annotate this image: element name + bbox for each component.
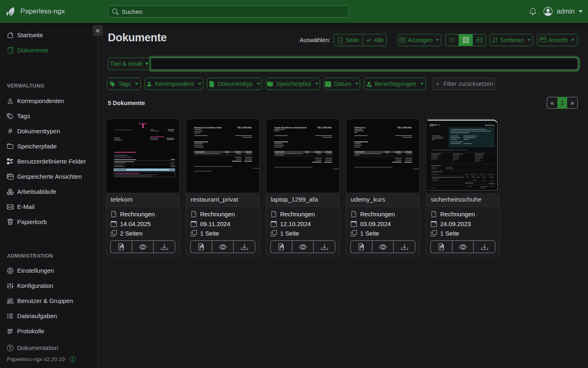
svg-text:RECHNUNG: RECHNUNG [397,126,412,129]
svg-text:.de: .de [438,124,441,126]
svg-text:amazon: amazon [430,123,437,126]
svg-text:106,01 €: 106,01 € [489,182,495,184]
svg-text:Rechnung: Rechnung [485,124,494,126]
svg-text:RECHNUNG: RECHNUNG [317,126,332,129]
svg-text:RECHNUNG: RECHNUNG [237,126,252,129]
svg-text:T: T [141,122,145,129]
svg-text:Restaurant Goldener Hahn: Restaurant Goldener Hahn [194,126,222,129]
svg-text:Udemy Inc.: Udemy Inc. [354,126,366,129]
svg-text:Apple Distribution Internation: Apple Distribution International [274,126,307,129]
